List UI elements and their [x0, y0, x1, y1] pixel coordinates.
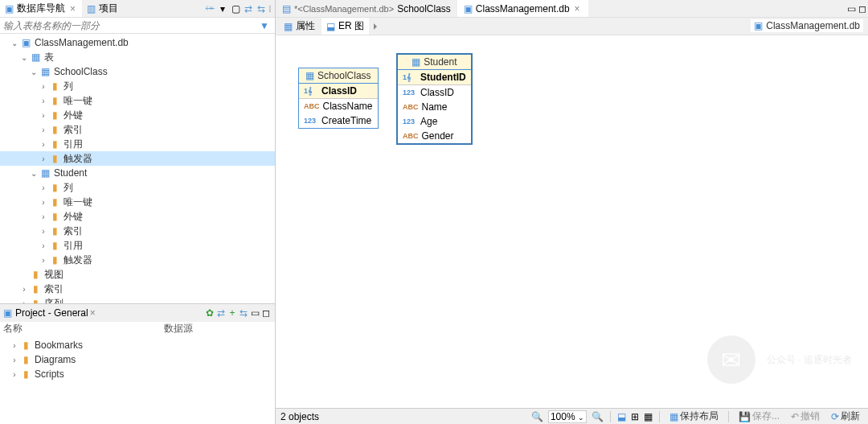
folder-icon: ▮ — [48, 211, 61, 222]
project-panel: ▣ Project - General × ✿ ⇄ + ⇆ ▭ ◻ 名称 数据源… — [0, 303, 275, 424]
project-icon: ▥ — [87, 3, 96, 14]
project-icon: ▣ — [3, 307, 12, 319]
tree-tables[interactable]: ⌄▦表 — [0, 50, 275, 64]
save-button[interactable]: 💾保存... — [735, 410, 783, 423]
tree-sequences[interactable]: ›▮序列 — [0, 296, 275, 303]
refresh-button[interactable]: ⟳刷新 — [828, 410, 863, 423]
tab-db-nav[interactable]: ▣ 数据库导航 × — [0, 0, 82, 17]
tab-project[interactable]: ▥ 项目 — [82, 0, 123, 17]
er-canvas[interactable]: ▦SchoolClass 1𝄞ClassID ABCClassName 123C… — [276, 35, 868, 408]
type-text-icon: ABC — [304, 102, 320, 110]
close-icon[interactable]: × — [88, 307, 97, 319]
tree-views[interactable]: ▮视图 — [0, 267, 275, 282]
collapse-arrow-icon[interactable]: › — [19, 285, 29, 294]
entity-pk: 1𝄞ClassID — [299, 84, 378, 99]
table-icon: ▦ — [39, 66, 51, 77]
tree-indexes-root[interactable]: ›▮索引 — [0, 282, 275, 296]
tree-references[interactable]: ›▮引用 — [0, 137, 275, 151]
collapse-arrow-icon[interactable]: › — [10, 341, 19, 350]
collapse-arrow-icon[interactable]: › — [10, 370, 19, 379]
entity-schoolclass[interactable]: ▦SchoolClass 1𝄞ClassID ABCClassName 123C… — [298, 68, 379, 129]
tree-student[interactable]: ⌄▦Student — [0, 166, 275, 180]
collapse-arrow-icon[interactable]: › — [39, 126, 48, 134]
expand-arrow-icon[interactable]: ⌄ — [10, 39, 19, 47]
collapse-arrow-icon[interactable]: › — [39, 183, 48, 192]
collapse-arrow-icon[interactable]: › — [39, 154, 48, 163]
collapse-arrow-icon[interactable]: › — [39, 241, 48, 250]
minimize-icon[interactable]: ▭ — [249, 307, 260, 319]
inner-tab-props[interactable]: ▦ 属性 — [279, 18, 320, 35]
link-icon[interactable]: ⇆ — [256, 3, 267, 14]
tab-label: ClassManagement.db — [476, 3, 570, 14]
toggle-arrow-icon[interactable] — [374, 23, 377, 30]
collapse-arrow-icon[interactable]: › — [39, 256, 48, 265]
tree-foreign-keys[interactable]: ›▮外键 — [0, 209, 275, 224]
pk-icon: 1𝄞 — [304, 87, 318, 96]
collapse-arrow-icon[interactable]: › — [39, 140, 48, 149]
collapse-arrow-icon[interactable]: › — [39, 212, 48, 221]
zoom-in-icon[interactable]: 🔍 — [592, 411, 604, 422]
grid-icon[interactable]: ▦ — [644, 411, 653, 422]
tree-triggers[interactable]: ›▮触发器 — [0, 253, 275, 267]
mode-icon[interactable]: ⊞ — [631, 411, 639, 422]
table-icon: ▦ — [39, 167, 51, 179]
zoom-out-icon[interactable]: 🔍 — [531, 411, 543, 422]
tree-unique-keys[interactable]: ›▮唯一键 — [0, 93, 275, 108]
new-tab-icon[interactable]: ▢ — [230, 3, 241, 14]
collapse-icon[interactable]: ⇄ — [215, 307, 227, 319]
inner-tab-er[interactable]: ⬓ ER 图 — [321, 18, 369, 35]
connect-icon[interactable]: ⬾ — [204, 3, 215, 14]
close-icon[interactable]: × — [573, 3, 582, 14]
tree-foreign-keys[interactable]: ›▮外键 — [0, 108, 275, 122]
tree-triggers[interactable]: ›▮触发器 — [0, 151, 275, 166]
folder-icon: ▮ — [29, 283, 42, 294]
type-num-icon: 123 — [403, 117, 417, 126]
collapse-arrow-icon[interactable]: › — [39, 97, 48, 105]
link-icon[interactable]: ⇆ — [238, 307, 249, 319]
undo-icon: ↶ — [791, 411, 799, 422]
plus-icon[interactable]: + — [227, 307, 238, 319]
expand-arrow-icon[interactable]: ⌄ — [29, 169, 39, 178]
tree-schoolclass[interactable]: ⌄▦SchoolClass — [0, 64, 275, 79]
search-input[interactable] — [0, 19, 257, 33]
collapse-arrow-icon[interactable]: › — [39, 111, 48, 120]
type-num-icon: 123 — [403, 89, 417, 97]
collapse-arrow-icon[interactable]: › — [39, 82, 48, 91]
tree-columns[interactable]: ›▮列 — [0, 79, 275, 93]
tree-references[interactable]: ›▮引用 — [0, 238, 275, 253]
expand-arrow-icon[interactable]: ⌄ — [19, 53, 29, 62]
zoom-select[interactable]: 100% ⌄ — [548, 410, 587, 423]
collapse-arrow-icon[interactable]: › — [39, 198, 48, 207]
entity-col: ABCGender — [398, 129, 471, 143]
collapse-arrow-icon[interactable]: › — [39, 227, 48, 236]
restore-icon[interactable]: ◻ — [857, 3, 868, 14]
tree-indexes[interactable]: ›▮索引 — [0, 224, 275, 238]
tree-db[interactable]: ⌄▣ClassManagement.db — [0, 35, 275, 50]
folder-icon: ▮ — [48, 138, 61, 150]
editor-tab-1[interactable]: ▤ *<ClassManagement.db> SchoolClass — [276, 0, 457, 17]
minimize-icon[interactable]: ▭ — [845, 3, 857, 14]
db-icon: ▣ — [754, 20, 763, 31]
entity-student[interactable]: ▦Student 1𝄞StudentID 123ClassID ABCName … — [396, 53, 473, 145]
dropdown-icon[interactable]: ▾ — [217, 3, 228, 14]
collapse-arrow-icon[interactable]: › — [10, 356, 19, 364]
restore-icon[interactable]: ◻ — [260, 307, 272, 319]
undo-button[interactable]: ↶撤销 — [788, 410, 823, 423]
filter-icon[interactable]: ▼ — [257, 20, 272, 31]
editor-tab-2[interactable]: ▣ ClassManagement.db × — [457, 0, 588, 17]
col-name: 名称 — [3, 322, 164, 336]
tree-indexes[interactable]: ›▮索引 — [0, 122, 275, 137]
diagram-icon[interactable]: ⬓ — [617, 411, 626, 422]
close-icon[interactable]: × — [68, 3, 77, 14]
right-file-indicator[interactable]: ▣ ClassManagement.db — [751, 19, 863, 32]
gear-icon[interactable]: ✿ — [204, 307, 215, 319]
collapse-icon[interactable]: ⇄ — [243, 3, 254, 14]
save-icon: 💾 — [739, 411, 751, 422]
layout-button[interactable]: ▦保持布局 — [666, 410, 722, 423]
tree-unique-keys[interactable]: ›▮唯一键 — [0, 195, 275, 209]
expand-arrow-icon[interactable]: ⌄ — [29, 68, 39, 76]
proj-bookmarks[interactable]: ›▮Bookmarks — [0, 338, 275, 352]
proj-diagrams[interactable]: ›▮Diagrams — [0, 352, 275, 367]
tree-columns[interactable]: ›▮列 — [0, 180, 275, 195]
proj-scripts[interactable]: ›▮Scripts — [0, 367, 275, 381]
